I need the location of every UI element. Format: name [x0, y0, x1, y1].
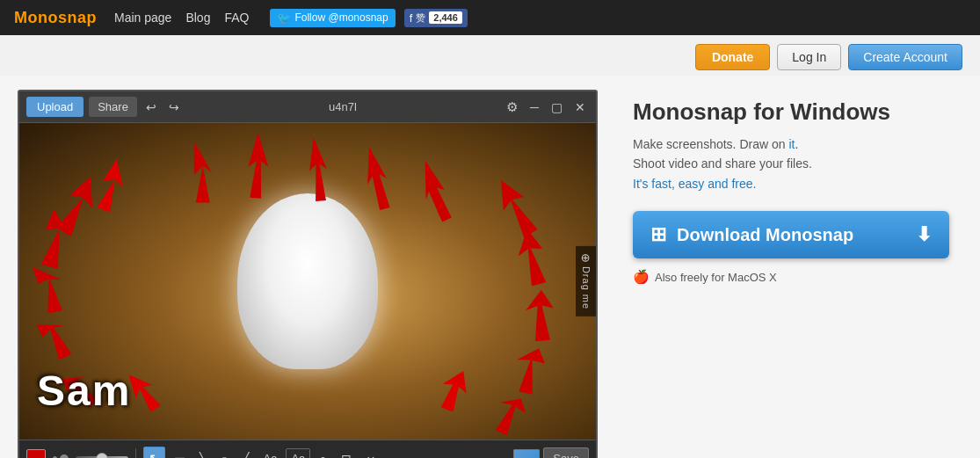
- editor-image-area: Sam ⊕ Drag me: [19, 123, 596, 440]
- upload-button[interactable]: Upload: [26, 97, 83, 117]
- svg-marker-17: [435, 366, 473, 414]
- crop-tool[interactable]: ⊡: [336, 448, 357, 459]
- drag-icon: ⊕: [579, 253, 592, 264]
- minimize-button[interactable]: ─: [526, 98, 542, 116]
- social-buttons: 🐦 Follow @monosnap f 赞 2,446: [270, 9, 467, 27]
- toolbar-separator-1: [135, 448, 136, 459]
- text-tool-aa[interactable]: Aa: [258, 448, 282, 458]
- image-thumbnail[interactable]: [513, 449, 540, 459]
- svg-marker-9: [410, 158, 456, 224]
- logo: Monosnap: [14, 9, 97, 27]
- donate-button[interactable]: Donate: [695, 44, 770, 70]
- main-content: Upload Share ↩ ↪ u4n7l ⚙ ─ ▢ ✕: [0, 76, 980, 458]
- twitter-icon: 🐦: [277, 11, 291, 25]
- login-button[interactable]: Log In: [777, 44, 841, 70]
- facebook-like-button[interactable]: f 赞 2,446: [404, 9, 468, 27]
- twitter-follow-button[interactable]: 🐦 Follow @monosnap: [270, 9, 395, 27]
- panel-title: Monosnap for Windows: [633, 98, 954, 126]
- drag-label: Drag me: [581, 266, 592, 309]
- fb-count: 2,446: [429, 11, 462, 24]
- svg-marker-3: [36, 314, 76, 362]
- editor-bottom-toolbar: ↖ ▭ ╲ ○ ╱ Aa Aa ● ⊡ ⇔ Save: [19, 440, 596, 458]
- rect-tool[interactable]: ▭: [169, 448, 191, 459]
- windows-icon: ⊞: [650, 223, 666, 246]
- right-panel: Monosnap for Windows Make screenshots. D…: [615, 90, 962, 294]
- svg-marker-5: [194, 142, 212, 203]
- svg-marker-8: [359, 145, 395, 212]
- download-button[interactable]: ⊞ Download Monosnap ⬇: [633, 211, 949, 258]
- dog-image: Sam ⊕ Drag me: [19, 123, 596, 440]
- download-arrow-icon: ⬇: [916, 223, 932, 246]
- twitter-label: Follow @monosnap: [294, 11, 388, 24]
- svg-marker-2: [33, 263, 67, 315]
- save-image-button[interactable]: Save: [543, 447, 589, 458]
- desc-line2: Shoot video and share your files.: [633, 154, 954, 173]
- share-button[interactable]: Share: [89, 97, 137, 117]
- svg-marker-11: [512, 226, 551, 287]
- mac-note: 🍎 Also freely for MacOS X: [633, 269, 954, 285]
- panel-description: Make screenshots. Draw on it. Shoot vide…: [633, 134, 954, 193]
- svg-marker-14: [489, 391, 531, 439]
- color-picker-red[interactable]: [26, 449, 46, 459]
- apple-icon: 🍎: [633, 269, 650, 285]
- arrow-tool[interactable]: ↖: [143, 447, 165, 458]
- desc-line1-text: Make screenshots. Draw on: [633, 137, 788, 151]
- svg-marker-7: [307, 136, 330, 201]
- editor-top-toolbar: Upload Share ↩ ↪ u4n7l ⚙ ─ ▢ ✕: [19, 91, 596, 123]
- nav-links: Main page Blog FAQ: [114, 11, 249, 25]
- screenshot-editor: Upload Share ↩ ↪ u4n7l ⚙ ─ ▢ ✕: [18, 90, 598, 458]
- pen-tool[interactable]: ╱: [236, 448, 254, 459]
- editor-filename: u4n7l: [329, 100, 357, 113]
- top-nav: Monosnap Main page Blog FAQ 🐦 Follow @mo…: [0, 0, 980, 35]
- svg-marker-12: [524, 289, 556, 342]
- opacity-handle: [96, 453, 108, 459]
- redo-button[interactable]: ↪: [165, 98, 183, 116]
- nav-blog[interactable]: Blog: [185, 11, 210, 25]
- desc-link-fast[interactable]: It's fast, easy and free.: [633, 177, 756, 191]
- action-buttons-row: Donate Log In Create Account: [0, 35, 980, 76]
- nav-faq[interactable]: FAQ: [224, 11, 249, 25]
- fb-label: 赞: [416, 11, 425, 25]
- resize-tool[interactable]: ⇔: [360, 448, 381, 459]
- close-button[interactable]: ✕: [571, 98, 589, 116]
- download-label: Download Monosnap: [677, 225, 853, 245]
- facebook-icon: f: [410, 11, 413, 25]
- text-tool-aa2[interactable]: Aa: [286, 448, 310, 458]
- mac-note-text: Also freely for MacOS X: [655, 271, 777, 284]
- brush-size-large[interactable]: [60, 454, 69, 459]
- svg-marker-10: [490, 174, 541, 239]
- nav-main-page[interactable]: Main page: [114, 11, 171, 25]
- svg-marker-15: [94, 157, 132, 214]
- svg-marker-6: [245, 132, 271, 199]
- brush-size-selector: [53, 454, 69, 459]
- image-text-sam: Sam: [37, 367, 131, 415]
- svg-marker-13: [512, 345, 547, 395]
- settings-button[interactable]: ⚙: [503, 98, 521, 117]
- maximize-button[interactable]: ▢: [548, 98, 566, 116]
- fill-tool[interactable]: ●: [314, 448, 331, 459]
- ellipse-tool[interactable]: ○: [215, 448, 233, 459]
- drag-tab[interactable]: ⊕ Drag me: [576, 246, 596, 316]
- undo-button[interactable]: ↩: [142, 98, 160, 116]
- line-tool[interactable]: ╲: [194, 448, 212, 459]
- create-account-button[interactable]: Create Account: [848, 44, 962, 70]
